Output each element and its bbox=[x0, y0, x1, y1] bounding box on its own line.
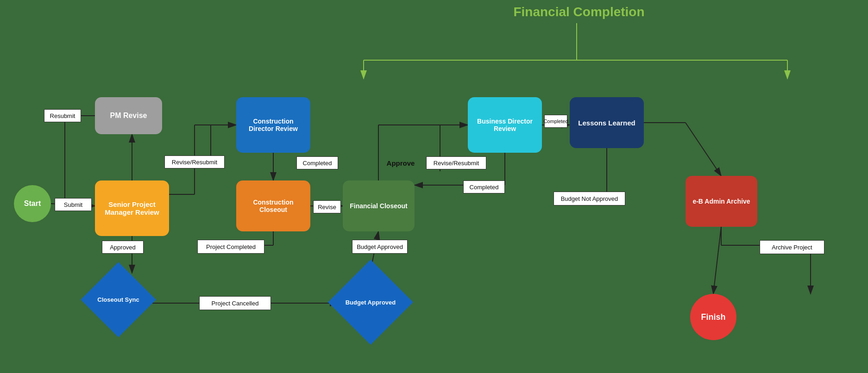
start-node: Start bbox=[14, 185, 51, 222]
project-completed-label: Project Completed bbox=[197, 240, 264, 254]
budget-approved-label: Budget Approved bbox=[352, 240, 408, 254]
svg-line-32 bbox=[686, 123, 721, 176]
completed-2-label: Completed bbox=[463, 180, 505, 193]
lessons-learned-node: Lessons Learned bbox=[570, 97, 644, 148]
project-cancelled-label: Project Cancelled bbox=[199, 296, 271, 310]
senior-pm-node: Senior Project Manager Review bbox=[95, 180, 169, 236]
completed-3-label: Completed bbox=[544, 115, 567, 128]
diagram: Financial Completion bbox=[0, 0, 868, 373]
construction-closeout-node: Construction Closeout bbox=[236, 180, 310, 231]
svg-line-38 bbox=[713, 227, 721, 294]
archive-project-label: Archive Project bbox=[760, 240, 824, 254]
pm-revise-node: PM Revise bbox=[95, 97, 162, 134]
resubmit-label: Resubmit bbox=[44, 109, 81, 122]
eb-admin-archive-node: e-B Admin Archive bbox=[686, 176, 757, 227]
closeout-sync-node: Closeout Sync bbox=[81, 262, 156, 337]
approved-label: Approved bbox=[102, 241, 144, 254]
revise-resubmit-1-label: Revise/Resubmit bbox=[164, 155, 225, 168]
approve-label: Approve bbox=[384, 156, 417, 169]
financial-closeout-node: Financial Closeout bbox=[343, 180, 415, 231]
revise-resubmit-3-label: Revise/Resubmit bbox=[426, 156, 486, 169]
business-director-node: Business Director Review bbox=[468, 97, 542, 153]
completed-1-label: Completed bbox=[296, 156, 338, 169]
budget-approved-diamond: Budget Approved bbox=[328, 260, 413, 345]
finish-node: Finish bbox=[690, 294, 736, 340]
budget-not-approved-label: Budget Not Approved bbox=[554, 192, 625, 205]
revise-label: Revise bbox=[313, 200, 341, 213]
construction-director-node: Construction Director Review bbox=[236, 97, 310, 153]
submit-label: Submit bbox=[55, 198, 92, 211]
page-title: Financial Completion bbox=[486, 5, 672, 19]
